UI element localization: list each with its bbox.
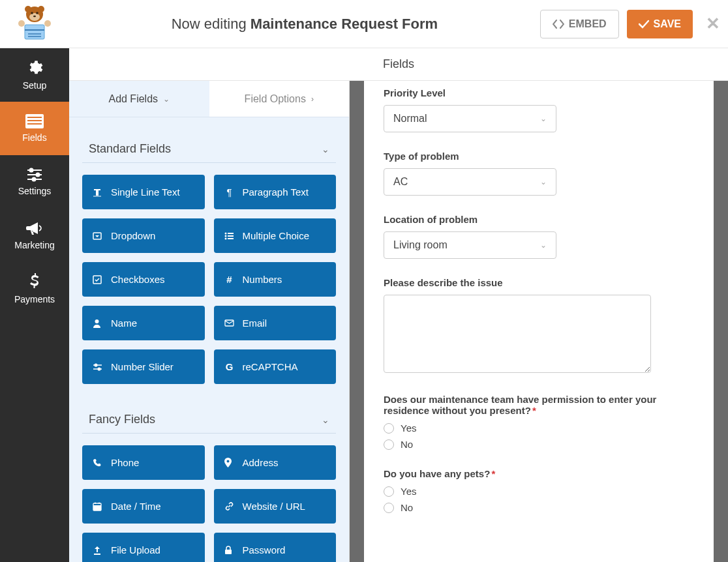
dollar-icon [29, 273, 40, 290]
code-icon [553, 20, 564, 29]
svg-point-32 [95, 319, 99, 323]
svg-point-5 [36, 12, 38, 14]
chevron-down-icon: ⌄ [540, 177, 547, 186]
bullhorn-icon [25, 220, 44, 236]
field-password[interactable]: Password [214, 533, 337, 562]
svg-point-37 [98, 368, 100, 370]
svg-rect-16 [27, 123, 42, 125]
sliders-icon [93, 363, 103, 371]
app-logo [15, 5, 54, 43]
field-date-time[interactable]: Date / Time [82, 489, 205, 524]
section-fancy-fields[interactable]: Fancy Fields ⌄ [82, 401, 336, 434]
chevron-down-icon: ⌄ [163, 95, 170, 104]
recaptcha-icon: G [224, 361, 235, 372]
label-problem-type: Type of problem [384, 151, 694, 162]
close-icon[interactable]: ✕ [706, 14, 720, 34]
field-single-line-text[interactable]: Single Line Text [82, 175, 205, 209]
svg-rect-26 [228, 233, 234, 234]
left-nav: Setup Fields Settings Marketing [0, 48, 69, 562]
page-title: Now editing Maintenance Request Form [69, 16, 540, 33]
svg-rect-15 [27, 120, 42, 121]
user-icon [93, 319, 103, 328]
nav-settings[interactable]: Settings [0, 155, 69, 209]
nav-setup[interactable]: Setup [0, 48, 69, 102]
chevron-down-icon: ⌄ [540, 114, 547, 123]
text-icon [93, 188, 103, 197]
svg-point-18 [30, 169, 33, 172]
svg-rect-43 [225, 550, 232, 554]
svg-point-4 [31, 12, 33, 14]
radio-icon [384, 439, 394, 450]
radio-permission-yes[interactable]: Yes [384, 422, 694, 434]
chevron-right-icon: › [311, 95, 314, 104]
field-checkboxes[interactable]: Checkboxes [82, 262, 205, 297]
radio-icon [384, 486, 394, 497]
svg-point-12 [44, 20, 51, 27]
gear-icon [26, 59, 43, 76]
field-name[interactable]: Name [82, 306, 205, 340]
field-address[interactable]: Address [214, 445, 337, 480]
save-button[interactable]: SAVE [627, 10, 693, 38]
svg-point-2 [38, 6, 44, 12]
select-location[interactable]: Living room ⌄ [384, 231, 556, 259]
dropdown-icon [93, 231, 103, 241]
paragraph-icon: ¶ [224, 186, 235, 198]
svg-point-1 [25, 6, 31, 12]
embed-button[interactable]: EMBED [540, 10, 619, 38]
field-multiple-choice[interactable]: Multiple Choice [214, 218, 337, 253]
svg-point-27 [224, 235, 226, 237]
hash-icon: # [224, 274, 235, 285]
chevron-down-icon: ⌄ [540, 241, 547, 250]
svg-point-25 [224, 232, 226, 234]
label-location: Location of problem [384, 214, 694, 225]
label-priority: Priority Level [384, 87, 694, 98]
svg-point-35 [95, 364, 97, 366]
field-number-slider[interactable]: Number Slider [82, 349, 205, 384]
link-icon [224, 501, 235, 511]
svg-point-6 [33, 15, 36, 17]
field-phone[interactable]: Phone [82, 445, 205, 480]
select-problem-type[interactable]: AC ⌄ [384, 168, 556, 196]
nav-payments[interactable]: Payments [0, 262, 69, 316]
radio-icon [384, 503, 394, 513]
radio-pets-yes[interactable]: Yes [384, 486, 694, 497]
center-header: Fields [69, 48, 728, 81]
select-priority[interactable]: Normal ⌄ [384, 105, 556, 132]
list-icon [224, 232, 235, 240]
field-file-upload[interactable]: File Upload [82, 533, 205, 562]
form-icon [25, 114, 44, 128]
field-email[interactable]: Email [214, 306, 337, 340]
field-paragraph-text[interactable]: ¶Paragraph Text [214, 175, 337, 209]
field-website[interactable]: Website / URL [214, 489, 337, 524]
label-permission: Does our maintenance team have permissio… [384, 394, 694, 416]
field-dropdown[interactable]: Dropdown [82, 218, 205, 253]
field-numbers[interactable]: #Numbers [214, 262, 337, 297]
radio-permission-no[interactable]: No [384, 439, 694, 450]
svg-rect-30 [228, 238, 234, 239]
tab-field-options[interactable]: Field Options › [209, 81, 350, 117]
pin-icon [224, 458, 235, 467]
nav-label: Setup [23, 80, 47, 91]
nav-label: Settings [18, 186, 52, 196]
checkbox-icon [93, 275, 103, 284]
nav-label: Fields [22, 132, 46, 143]
check-icon [639, 20, 649, 29]
nav-label: Marketing [14, 240, 54, 250]
nav-marketing[interactable]: Marketing [0, 209, 69, 262]
svg-point-20 [37, 173, 40, 177]
section-standard-fields[interactable]: Standard Fields ⌄ [82, 130, 336, 163]
lock-icon [224, 546, 235, 555]
field-recaptcha[interactable]: GreCAPTCHA [214, 349, 337, 384]
chevron-down-icon: ⌄ [322, 415, 329, 425]
envelope-icon [224, 319, 235, 327]
radio-pets-no[interactable]: No [384, 502, 694, 513]
calendar-icon [93, 502, 103, 511]
tab-add-fields[interactable]: Add Fields ⌄ [69, 81, 209, 117]
label-pets: Do you have any pets?* [384, 468, 694, 479]
textarea-describe[interactable] [384, 295, 651, 373]
svg-rect-14 [27, 117, 42, 118]
nav-label: Payments [14, 294, 55, 304]
nav-fields[interactable]: Fields [0, 102, 69, 155]
label-describe: Please describe the issue [384, 277, 694, 288]
form-preview: Priority Level Normal ⌄ Type of problem … [364, 81, 714, 562]
